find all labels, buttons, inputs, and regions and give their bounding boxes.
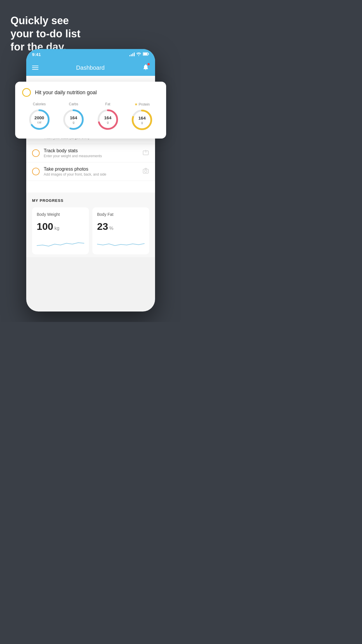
background-headline: Quickly see your to-do list for the day. bbox=[10, 14, 80, 53]
signal-icon bbox=[129, 52, 135, 56]
todo-check-body-stats[interactable] bbox=[32, 149, 40, 157]
nutrition-check-circle[interactable] bbox=[22, 88, 31, 97]
body-fat-card: Body Fat 23 % bbox=[92, 207, 149, 254]
body-weight-chart bbox=[37, 237, 84, 249]
protein-ring-item: ★ Protein 164 g bbox=[130, 102, 154, 132]
body-fat-title: Body Fat bbox=[97, 212, 145, 217]
body-weight-title: Body Weight bbox=[37, 212, 84, 217]
todo-check-photos[interactable] bbox=[32, 168, 40, 175]
todo-item-body-stats[interactable]: Track body stats Enter your weight and m… bbox=[26, 144, 155, 162]
nutrition-card-title-text: Hit your daily nutrition goal bbox=[35, 90, 97, 96]
fat-label: Fat bbox=[105, 102, 110, 106]
status-time: 9:41 bbox=[32, 52, 41, 57]
todo-title-photos: Take progress photos bbox=[44, 167, 138, 172]
wifi-icon bbox=[136, 52, 141, 57]
photo-icon bbox=[142, 167, 149, 176]
menu-icon[interactable] bbox=[32, 66, 38, 70]
body-fat-unit: % bbox=[109, 226, 113, 231]
battery-icon bbox=[143, 52, 149, 57]
body-weight-card: Body Weight 100 kg bbox=[32, 207, 89, 254]
svg-rect-1 bbox=[143, 53, 147, 55]
todo-subtitle-photos: Add images of your front, back, and side bbox=[44, 172, 138, 176]
nutrition-rings: Calories 2000 cal Carbs bbox=[22, 102, 159, 132]
protein-ring: 164 g bbox=[130, 108, 154, 132]
carbs-ring: 164 g bbox=[62, 108, 85, 131]
progress-cards: Body Weight 100 kg Body Fat 23 % bbox=[32, 207, 149, 254]
body-fat-value: 23 % bbox=[97, 221, 145, 232]
fat-ring-item: Fat 164 g bbox=[96, 102, 120, 131]
app-header: Dashboard bbox=[26, 60, 155, 76]
nutrition-card: Hit your daily nutrition goal Calories 2… bbox=[15, 82, 166, 139]
status-bar: 9:41 bbox=[26, 49, 155, 60]
status-icons bbox=[129, 52, 149, 57]
calories-value: 2000 cal bbox=[34, 116, 44, 124]
svg-rect-4 bbox=[143, 169, 148, 173]
protein-label: ★ Protein bbox=[134, 102, 150, 106]
calories-ring: 2000 cal bbox=[28, 108, 51, 131]
notification-dot bbox=[147, 63, 150, 65]
notification-bell-icon[interactable] bbox=[142, 64, 149, 72]
body-weight-value: 100 kg bbox=[37, 221, 84, 232]
header-title: Dashboard bbox=[76, 64, 105, 71]
nutrition-card-title-row: Hit your daily nutrition goal bbox=[22, 88, 159, 97]
body-weight-number: 100 bbox=[37, 221, 53, 232]
carbs-label: Carbs bbox=[69, 102, 78, 106]
todo-text-body-stats: Track body stats Enter your weight and m… bbox=[44, 148, 138, 158]
svg-rect-3 bbox=[143, 151, 148, 155]
body-weight-unit: kg bbox=[55, 226, 59, 231]
body-fat-chart bbox=[97, 237, 145, 249]
progress-section: MY PROGRESS Body Weight 100 kg Body Fat bbox=[26, 192, 155, 257]
calories-ring-item: Calories 2000 cal bbox=[28, 102, 51, 131]
star-icon: ★ bbox=[134, 102, 138, 106]
todo-text-photos: Take progress photos Add images of your … bbox=[44, 167, 138, 176]
protein-value: 164 g bbox=[138, 116, 146, 124]
carbs-ring-item: Carbs 164 g bbox=[62, 102, 85, 131]
todo-item-photos[interactable]: Take progress photos Add images of your … bbox=[26, 162, 155, 181]
svg-rect-2 bbox=[148, 53, 149, 55]
calories-label: Calories bbox=[33, 102, 46, 106]
fat-value: 164 g bbox=[104, 116, 111, 124]
scale-icon bbox=[142, 149, 149, 158]
carbs-value: 164 g bbox=[70, 116, 77, 124]
spacer bbox=[26, 181, 155, 192]
body-fat-number: 23 bbox=[97, 221, 108, 232]
progress-header: MY PROGRESS bbox=[32, 198, 149, 203]
fat-ring: 164 g bbox=[96, 108, 120, 131]
svg-point-5 bbox=[145, 170, 147, 172]
todo-subtitle-body-stats: Enter your weight and measurements bbox=[44, 154, 138, 158]
todo-title-body-stats: Track body stats bbox=[44, 148, 138, 153]
